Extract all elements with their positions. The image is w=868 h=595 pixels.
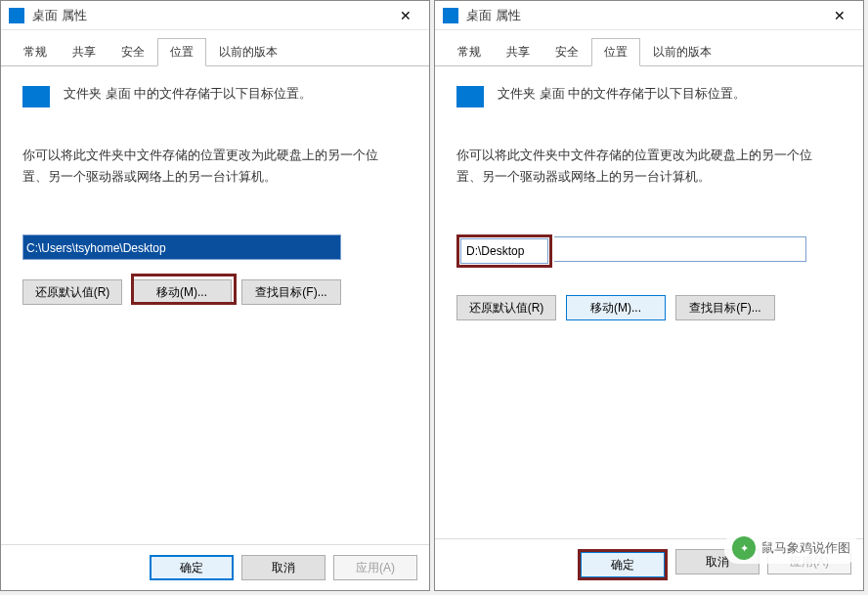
tab-content: 文件夹 桌面 中的文件存储于以下目标位置。 你可以将此文件夹中文件存储的位置更改… — [1, 66, 429, 544]
close-button[interactable]: ✕ — [824, 2, 855, 29]
watermark: ✦ 鼠马象鸡说作图 — [724, 532, 858, 564]
folder-icon — [456, 86, 484, 107]
tab-previous[interactable]: 以前的版本 — [206, 38, 290, 65]
ok-button[interactable]: 确定 — [581, 552, 665, 577]
storage-info: 文件夹 桌面 中的文件存储于以下目标位置。 — [64, 84, 312, 104]
move-button[interactable]: 移动(M)... — [132, 279, 232, 305]
restore-defaults-button[interactable]: 还原默认值(R) — [22, 279, 122, 305]
restore-defaults-button[interactable]: 还原默认值(R) — [456, 295, 556, 320]
ok-button[interactable]: 确定 — [150, 555, 234, 580]
cancel-button[interactable]: 取消 — [241, 555, 326, 580]
tab-sharing[interactable]: 共享 — [494, 38, 542, 65]
find-target-button[interactable]: 查找目标(F)... — [675, 295, 775, 320]
properties-dialog-left: 桌面 属性 ✕ 常规 共享 安全 位置 以前的版本 文件夹 桌面 中的文件存储于… — [0, 0, 430, 591]
titlebar: 桌面 属性 ✕ — [435, 1, 863, 30]
apply-button[interactable]: 应用(A) — [333, 555, 417, 580]
window-icon — [9, 8, 24, 23]
tab-general[interactable]: 常规 — [11, 38, 60, 65]
tab-bar: 常规 共享 安全 位置 以前的版本 — [435, 30, 863, 66]
window-title: 桌面 属性 — [466, 7, 824, 24]
description-text: 你可以将此文件夹中文件存储的位置更改为此硬盘上的另一个位置、另一个驱动器或网络上… — [456, 145, 842, 188]
dialog-footer: 确定 取消 应用(A) — [1, 544, 429, 590]
path-input[interactable] — [460, 238, 548, 264]
tab-security[interactable]: 安全 — [542, 38, 591, 65]
tab-security[interactable]: 安全 — [108, 38, 157, 65]
path-input-extend[interactable] — [554, 236, 806, 262]
tab-previous[interactable]: 以前的版本 — [640, 38, 724, 65]
storage-info: 文件夹 桌面 中的文件存储于以下目标位置。 — [498, 84, 746, 104]
tab-content: 文件夹 桌面 中的文件存储于以下目标位置。 你可以将此文件夹中文件存储的位置更改… — [435, 66, 863, 538]
close-button[interactable]: ✕ — [390, 2, 421, 29]
folder-icon — [22, 86, 50, 107]
properties-dialog-right: 桌面 属性 ✕ 常规 共享 安全 位置 以前的版本 文件夹 桌面 中的文件存储于… — [434, 0, 864, 591]
window-title: 桌面 属性 — [32, 7, 390, 24]
window-icon — [443, 8, 458, 23]
titlebar: 桌面 属性 ✕ — [1, 1, 429, 30]
tab-location[interactable]: 位置 — [157, 38, 206, 66]
watermark-text: 鼠马象鸡说作图 — [761, 539, 850, 557]
description-text: 你可以将此文件夹中文件存储的位置更改为此硬盘上的另一个位置、另一个驱动器或网络上… — [22, 145, 408, 188]
wechat-icon: ✦ — [732, 536, 756, 560]
find-target-button[interactable]: 查找目标(F)... — [241, 279, 341, 305]
tab-bar: 常规 共享 安全 位置 以前的版本 — [1, 30, 429, 66]
tab-sharing[interactable]: 共享 — [60, 38, 108, 65]
tab-location[interactable]: 位置 — [591, 38, 640, 66]
move-button[interactable]: 移动(M)... — [566, 295, 666, 320]
tab-general[interactable]: 常规 — [445, 38, 494, 65]
path-input[interactable]: C:\Users\tsyhome\Desktop — [22, 234, 341, 260]
